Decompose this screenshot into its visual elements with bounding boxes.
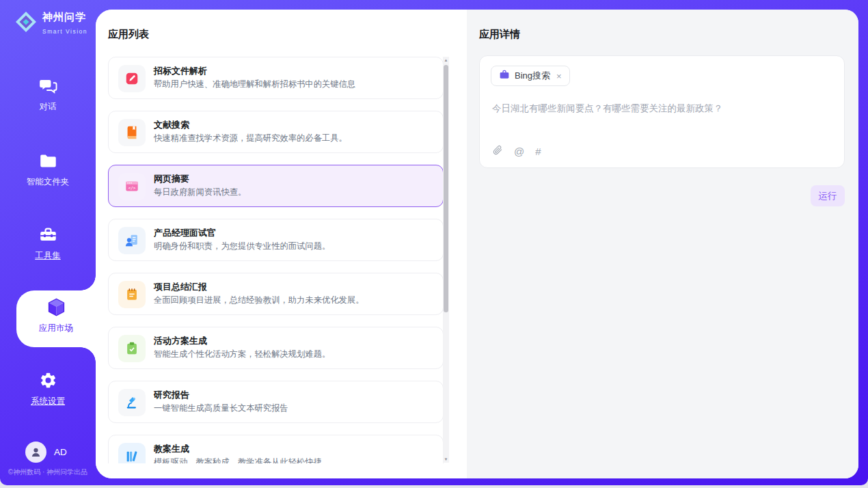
microscope-icon: [118, 389, 146, 416]
scroll-down-icon[interactable]: ▼: [443, 457, 449, 461]
composer-toolbar: @ #: [492, 144, 541, 159]
clipboard-check-icon: [118, 335, 146, 362]
app-name: 网页摘要: [154, 173, 189, 185]
app-desc: 明确身份和职责，为您提供专业性的面试问题。: [154, 241, 330, 252]
app-card-research-report[interactable]: 研究报告 一键智能生成高质量长文本研究报告: [108, 381, 444, 423]
app-card-literature-search[interactable]: 文献搜索 快速精准查找学术资源，提高研究效率的必备工具。: [108, 111, 444, 153]
chat-icon: [39, 77, 57, 96]
content-area: 应用列表 招标文件解析 帮助用户快速、准确地理解和解析招标书中的关键信息: [96, 10, 858, 478]
paperclip-icon[interactable]: [492, 144, 503, 159]
briefcase-icon: [499, 69, 510, 83]
app-list-panel: 应用列表 招标文件解析 帮助用户快速、准确地理解和解析招标书中的关键信息: [96, 10, 467, 478]
cube-icon: [46, 308, 67, 320]
diamond-logo-icon: [14, 10, 38, 36]
brand-subtitle: Smart Vision: [42, 28, 87, 35]
notepad-icon: [118, 281, 146, 308]
sidebar-item-label: 应用市场: [16, 323, 96, 334]
browser-code-icon: </>: [118, 173, 146, 200]
app-desc: 快速精准查找学术资源，提高研究效率的必备工具。: [154, 133, 347, 144]
sidebar-item-smart-folder[interactable]: 智能文件夹: [0, 152, 96, 188]
sidebar-item-label: 工具集: [0, 250, 96, 262]
app-card-web-summary[interactable]: </> 网页摘要 每日政府新闻资讯快查。: [108, 165, 444, 207]
folder-icon: [39, 152, 57, 171]
app-desc: 一键智能生成高质量长文本研究报告: [154, 403, 288, 414]
user-label: AD: [54, 447, 67, 457]
app-card-project-summary[interactable]: 项目总结汇报 全面回顾项目进展，总结经验教训，助力未来优化发展。: [108, 273, 444, 315]
sidebar-item-toolbox[interactable]: 工具集: [0, 226, 96, 262]
app-card-event-plan[interactable]: 活动方案生成 智能生成个性化活动方案，轻松解决规划难题。: [108, 327, 444, 369]
tool-chip-bing-search[interactable]: Bing搜索 ×: [491, 66, 570, 86]
run-button[interactable]: 运行: [811, 185, 845, 206]
user-account[interactable]: AD: [25, 442, 67, 463]
app-name: 产品经理面试官: [154, 227, 216, 239]
app-desc: 帮助用户快速、准确地理解和解析招标书中的关键信息: [154, 79, 355, 90]
close-icon[interactable]: ×: [556, 71, 562, 81]
mention-icon[interactable]: @: [514, 146, 524, 157]
app-card-pm-interviewer[interactable]: 产品经理面试官 明确身份和职责，为您提供专业性的面试问题。: [108, 219, 444, 261]
app-card-tender-analysis[interactable]: 招标文件解析 帮助用户快速、准确地理解和解析招标书中的关键信息: [108, 57, 444, 99]
app-desc: 每日政府新闻资讯快查。: [154, 187, 246, 198]
app-name: 文献搜索: [154, 119, 189, 131]
app-desc: 模板驱动，教案秒成，教学准备从此轻松快捷: [154, 457, 322, 463]
app-name: 活动方案生成: [154, 335, 207, 347]
app-detail-panel: 应用详情 Bing搜索 × 今日湖北有哪些新闻要点？有哪些需要关注的最新政策？: [467, 10, 858, 478]
sidebar-item-chat[interactable]: 对话: [0, 77, 96, 113]
sidebar-item-settings[interactable]: 系统设置: [0, 371, 96, 407]
interviewer-icon: [118, 227, 146, 254]
scroll-up-icon[interactable]: ▲: [443, 58, 449, 62]
toolbox-icon: [39, 226, 57, 245]
sidebar-item-label: 智能文件夹: [0, 176, 96, 188]
tool-chip-label: Bing搜索: [515, 70, 550, 82]
sidebar: 神州问学 Smart Vision 对话 智能文件夹: [0, 0, 96, 485]
query-input[interactable]: 今日湖北有哪些新闻要点？有哪些需要关注的最新政策？: [492, 103, 833, 115]
book-icon: [118, 119, 146, 146]
composer-card[interactable]: Bing搜索 × 今日湖北有哪些新闻要点？有哪些需要关注的最新政策？ @ #: [479, 55, 845, 168]
app-detail-title: 应用详情: [479, 28, 520, 41]
sidebar-item-label: 对话: [0, 101, 96, 113]
sidebar-item-app-market[interactable]: 应用市场: [16, 290, 96, 347]
brand-name: 神州问学: [42, 11, 86, 23]
app-name: 研究报告: [154, 389, 189, 401]
app-name: 招标文件解析: [154, 65, 207, 77]
app-window: 神州问学 Smart Vision 对话 智能文件夹: [0, 0, 868, 485]
app-card-lesson-plan[interactable]: 教案生成 模板驱动，教案秒成，教学准备从此轻松快捷: [108, 435, 444, 463]
brand-logo: 神州问学 Smart Vision: [14, 10, 96, 36]
app-list-title: 应用列表: [108, 28, 149, 41]
list-scrollbar[interactable]: ▲ ▼: [443, 57, 449, 463]
hashtag-icon[interactable]: #: [535, 146, 541, 157]
copyright-text: ©神州数码 · 神州问学出品: [0, 467, 96, 477]
app-name: 教案生成: [154, 443, 189, 455]
sidebar-item-label: 系统设置: [0, 396, 96, 407]
user-avatar-icon: [25, 442, 46, 463]
books-icon: [118, 443, 146, 463]
app-name: 项目总结汇报: [154, 281, 207, 293]
scrollbar-thumb[interactable]: [444, 65, 448, 312]
gear-icon: [39, 371, 57, 390]
app-desc: 全面回顾项目进展，总结经验教训，助力未来优化发展。: [154, 295, 364, 306]
edit-document-icon: [118, 65, 146, 92]
app-list: 招标文件解析 帮助用户快速、准确地理解和解析招标书中的关键信息 文献搜索 快速精…: [108, 57, 444, 463]
svg-text:</>: </>: [128, 185, 136, 190]
app-desc: 智能生成个性化活动方案，轻松解决规划难题。: [154, 349, 330, 360]
